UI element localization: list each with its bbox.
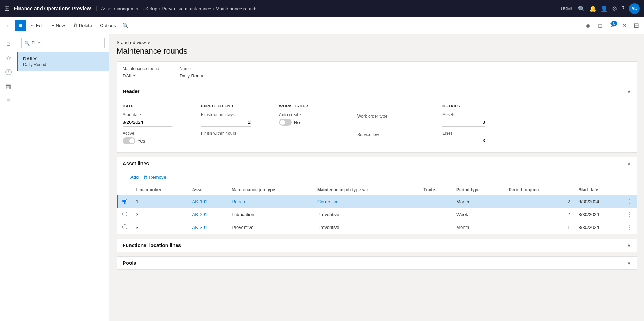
row-radio[interactable] — [122, 199, 127, 204]
help-icon[interactable]: ? — [621, 5, 625, 12]
breadcrumb-item-4[interactable]: Maintenance rounds — [216, 6, 258, 11]
user-icon[interactable]: 👤 — [601, 5, 608, 12]
asset-line-row[interactable]: 3 AK-301 Preventive Preventive Month 1 8… — [118, 221, 637, 234]
filter-input[interactable] — [21, 38, 105, 48]
work-order-type-input[interactable] — [357, 119, 421, 128]
delete-button[interactable]: 🗑 Delete — [69, 21, 96, 30]
settings-icon[interactable]: ⚙ — [612, 5, 617, 12]
search-icon[interactable]: 🔍 — [578, 5, 585, 12]
cell-line-number: 1 — [132, 196, 188, 208]
asset-line-row[interactable]: 1 AK-101 Repair Corrective Month 2 8/30/… — [118, 196, 637, 208]
modules-icon[interactable]: ≡ — [2, 94, 15, 107]
work-order-group: WORK ORDER Auto create No — [279, 104, 350, 146]
details-title: DETAILS — [442, 104, 514, 108]
breadcrumb-item-3[interactable]: Preventive maintenance — [162, 6, 211, 11]
assets-input[interactable] — [442, 118, 485, 127]
pools-section-header[interactable]: Pools ∨ — [117, 257, 637, 269]
add-asset-line-button[interactable]: + + Add — [123, 173, 139, 181]
new-button[interactable]: + New — [48, 21, 68, 30]
row-more-icon[interactable]: ⋮ — [627, 199, 632, 205]
list-items: DAILY Daily Round — [17, 52, 109, 321]
cell-period-freq: 1 — [505, 221, 574, 234]
maintenance-round-label: Maintenance round — [123, 66, 165, 71]
functional-location-section: Functional location lines ∨ — [117, 239, 637, 252]
list-item[interactable]: DAILY Daily Round — [17, 52, 109, 71]
asset-line-row[interactable]: 2 AK-201 Lubrication Preventive Week 2 8… — [118, 208, 637, 221]
cell-job-type-variant[interactable]: Preventive — [313, 208, 419, 221]
back-button[interactable]: ← — [3, 20, 14, 31]
functional-location-section-header[interactable]: Functional location lines ∨ — [117, 239, 637, 252]
cell-start-date: 8/30/2024 — [574, 208, 622, 221]
breadcrumb-item-2[interactable]: Setup — [145, 6, 157, 11]
bookmark-icon[interactable]: ◈ — [583, 21, 593, 31]
grid-icon[interactable]: ⊞ — [4, 5, 10, 12]
row-more-icon[interactable]: ⋮ — [627, 212, 632, 218]
name-value[interactable]: Daily Round — [179, 72, 251, 80]
search-button[interactable]: 🔍 — [120, 21, 130, 31]
cell-job-type[interactable]: Preventive — [227, 221, 313, 234]
cell-job-type-variant[interactable]: Corrective — [313, 196, 419, 208]
cell-period-freq: 2 — [505, 196, 574, 208]
list-view-button[interactable]: ≡ — [15, 20, 26, 31]
active-toggle-field: Active Yes — [123, 131, 194, 144]
row-radio[interactable] — [122, 212, 127, 216]
cell-job-type[interactable]: Lubrication — [227, 208, 313, 221]
service-level-input[interactable] — [357, 138, 421, 146]
cell-trade — [419, 221, 452, 234]
app-title: Finance and Operations Preview — [14, 6, 97, 11]
finish-days-field: Finish within days — [201, 112, 272, 127]
lines-label: Lines — [442, 131, 514, 136]
cell-asset[interactable]: AK-101 — [188, 196, 227, 208]
filter-icon[interactable]: ⊟ — [631, 21, 641, 31]
favorites-icon[interactable]: ☆ — [2, 51, 15, 64]
cell-asset[interactable]: AK-301 — [188, 221, 227, 234]
service-level-label: Service level — [357, 132, 435, 137]
cell-job-type-variant[interactable]: Preventive — [313, 221, 419, 234]
home-icon[interactable]: ⌂ — [2, 37, 15, 50]
finish-hours-input[interactable] — [201, 137, 251, 145]
col-line-number: Line number — [132, 184, 188, 196]
remove-asset-line-button[interactable]: 🗑 Remove — [143, 173, 166, 181]
close-icon[interactable]: ✕ — [619, 21, 629, 31]
row-more-icon[interactable]: ⋮ — [627, 224, 632, 230]
cell-start-date: 8/30/2024 — [574, 196, 622, 208]
header-section-toggle[interactable]: Header ∧ — [117, 85, 637, 98]
start-date-input[interactable] — [123, 118, 172, 127]
workspaces-icon[interactable]: ▦ — [2, 80, 15, 92]
chevron-right-1: › — [142, 6, 144, 11]
col-period-freq: Period frequen... — [505, 184, 574, 196]
cell-job-type[interactable]: Repair — [227, 196, 313, 208]
cell-period-type: Month — [452, 221, 505, 234]
breadcrumb-item-1[interactable]: Asset management — [101, 6, 141, 11]
asset-lines-section: Asset lines ∧ + + Add 🗑 Remove — [117, 157, 637, 234]
col-job-type: Maintenance job type — [227, 184, 313, 196]
expected-end-title: EXPECTED END — [201, 104, 272, 108]
finish-days-input[interactable] — [201, 118, 251, 127]
assets-field: Assets — [442, 112, 514, 127]
maintenance-round-value[interactable]: DAILY — [123, 72, 165, 80]
row-radio[interactable] — [122, 224, 127, 229]
active-toggle[interactable] — [123, 137, 135, 144]
lines-input[interactable] — [442, 137, 485, 145]
header-chevron-up-icon: ∧ — [627, 89, 631, 94]
cell-asset[interactable]: AK-201 — [188, 208, 227, 221]
view-selector[interactable]: Standard view ∨ — [117, 40, 637, 45]
cell-line-number: 3 — [132, 221, 188, 234]
breadcrumb: Asset management › Setup › Preventive ma… — [101, 6, 556, 11]
recent-icon[interactable]: 🕐 — [2, 65, 15, 78]
asset-lines-section-header[interactable]: Asset lines ∧ — [117, 157, 637, 170]
refresh-icon[interactable]: ↻ — [607, 21, 617, 31]
maintenance-round-field: Maintenance round DAILY — [123, 66, 165, 80]
filter-search-icon: 🔍 — [24, 40, 30, 46]
list-panel: 🔍 DAILY Daily Round — [17, 34, 109, 321]
notification-icon[interactable]: 🔔 — [589, 5, 596, 12]
avatar[interactable]: AD — [629, 3, 640, 14]
window-icon[interactable]: ◻ — [595, 21, 605, 31]
asset-lines-title: Asset lines — [123, 161, 149, 166]
col-job-type-variant: Maintenance job type vari... — [313, 184, 419, 196]
item-code: DAILY — [23, 56, 104, 61]
edit-button[interactable]: ✏ Edit — [27, 21, 47, 30]
auto-create-toggle[interactable] — [279, 119, 292, 126]
options-button[interactable]: Options — [96, 21, 119, 30]
finish-hours-field: Finish within hours — [201, 131, 272, 145]
